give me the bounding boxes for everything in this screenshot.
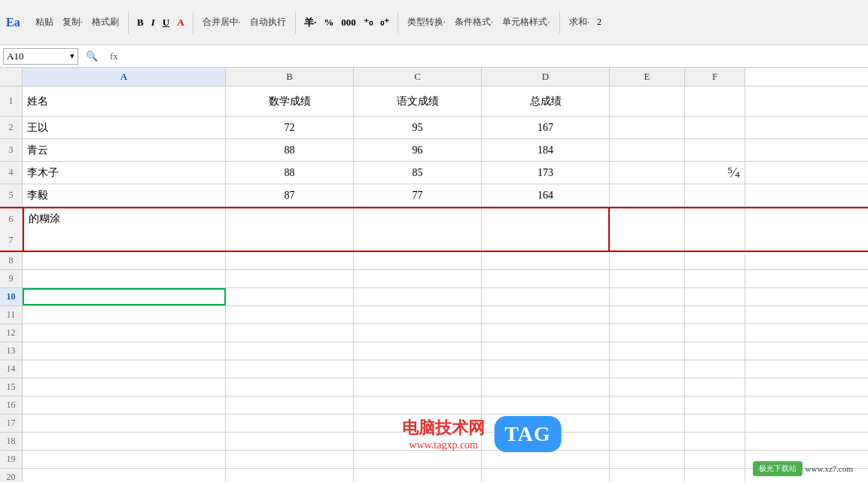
font-color-A[interactable]: A bbox=[175, 16, 186, 29]
cell-b3[interactable]: 88 bbox=[226, 139, 354, 161]
col-header-e[interactable]: E bbox=[610, 68, 685, 86]
cell-a1[interactable]: 姓名 bbox=[23, 87, 226, 116]
copy-button[interactable]: 复制· bbox=[59, 14, 86, 30]
decimal-minus-icon[interactable]: ₀⁺ bbox=[378, 16, 391, 29]
col-header-b[interactable]: B bbox=[226, 68, 354, 86]
cell-b11[interactable] bbox=[226, 306, 354, 324]
cell-a8[interactable] bbox=[23, 252, 226, 269]
cell-b13[interactable] bbox=[226, 342, 354, 360]
find-button[interactable]: 求和· bbox=[566, 14, 592, 30]
cell-d20[interactable] bbox=[482, 469, 610, 482]
cell-d12[interactable] bbox=[482, 324, 610, 342]
cell-b20[interactable] bbox=[226, 469, 354, 482]
cell-a19[interactable] bbox=[23, 451, 226, 468]
cell-a10[interactable] bbox=[23, 288, 226, 305]
cell-d4[interactable]: 173 bbox=[482, 162, 610, 184]
cell-f3[interactable] bbox=[685, 139, 745, 161]
col-header-f[interactable]: F bbox=[685, 68, 745, 86]
cell-b1[interactable]: 数学成绩 bbox=[226, 87, 354, 116]
cell-d8[interactable] bbox=[482, 252, 610, 269]
auto-exec-button[interactable]: 自动执行 bbox=[247, 14, 289, 30]
cell-c7[interactable] bbox=[354, 229, 482, 251]
condition-format-button[interactable]: 条件格式· bbox=[452, 14, 496, 30]
cell-f17[interactable] bbox=[685, 415, 745, 432]
cell-e7[interactable] bbox=[610, 229, 685, 251]
cell-c20[interactable] bbox=[354, 469, 482, 482]
cell-f13[interactable] bbox=[685, 342, 745, 360]
cell-f1[interactable] bbox=[685, 87, 745, 116]
cell-f5[interactable] bbox=[685, 184, 745, 206]
cell-c4[interactable]: 85 bbox=[354, 162, 482, 184]
cell-c17[interactable] bbox=[354, 415, 482, 432]
cell-e13[interactable] bbox=[610, 342, 685, 360]
cell-d16[interactable] bbox=[482, 396, 610, 414]
cell-b7[interactable] bbox=[226, 229, 354, 251]
cell-b5[interactable]: 87 bbox=[226, 184, 354, 206]
cell-e5[interactable] bbox=[610, 184, 685, 206]
cell-f14[interactable] bbox=[685, 360, 745, 378]
cell-b10[interactable] bbox=[226, 288, 354, 305]
cell-c9[interactable] bbox=[354, 270, 482, 287]
cell-f16[interactable] bbox=[685, 396, 745, 414]
cell-e8[interactable] bbox=[610, 252, 685, 269]
paste-button[interactable]: 粘贴 bbox=[32, 14, 56, 30]
cell-ref-box[interactable]: A10 ▾ bbox=[3, 48, 78, 65]
bold-icon[interactable]: B bbox=[135, 16, 146, 29]
cell-c3[interactable]: 96 bbox=[354, 139, 482, 161]
cell-d3[interactable]: 184 bbox=[482, 139, 610, 161]
cell-b2[interactable]: 72 bbox=[226, 117, 354, 138]
cell-d11[interactable] bbox=[482, 306, 610, 324]
cell-b12[interactable] bbox=[226, 324, 354, 342]
cell-b17[interactable] bbox=[226, 415, 354, 432]
cell-d10[interactable] bbox=[482, 288, 610, 305]
cell-a11[interactable] bbox=[23, 306, 226, 324]
format-painter-button[interactable]: 格式刷 bbox=[89, 14, 122, 30]
cell-f15[interactable] bbox=[685, 378, 745, 396]
cell-c18[interactable] bbox=[354, 433, 482, 450]
cell-ref-dropdown[interactable]: ▾ bbox=[70, 51, 75, 61]
cell-d6[interactable] bbox=[482, 208, 610, 229]
cell-f7[interactable] bbox=[685, 229, 745, 251]
cell-d14[interactable] bbox=[482, 360, 610, 378]
cell-a16[interactable] bbox=[23, 396, 226, 414]
cell-a12[interactable] bbox=[23, 324, 226, 342]
cell-f11[interactable] bbox=[685, 306, 745, 324]
cell-a17[interactable] bbox=[23, 415, 226, 432]
cell-e9[interactable] bbox=[610, 270, 685, 287]
cell-a20[interactable] bbox=[23, 469, 226, 482]
cell-c16[interactable] bbox=[354, 396, 482, 414]
cell-c2[interactable]: 95 bbox=[354, 117, 482, 138]
cell-f8[interactable] bbox=[685, 252, 745, 269]
cell-f19[interactable] bbox=[685, 451, 745, 468]
cell-b8[interactable] bbox=[226, 252, 354, 269]
cell-f20[interactable] bbox=[685, 469, 745, 482]
cell-b15[interactable] bbox=[226, 378, 354, 396]
cell-a14[interactable] bbox=[23, 360, 226, 378]
cell-c6[interactable] bbox=[354, 208, 482, 229]
cell-c15[interactable] bbox=[354, 378, 482, 396]
cell-a6[interactable]: 的糊涂 bbox=[23, 208, 226, 229]
col-header-c[interactable]: C bbox=[354, 68, 482, 86]
cell-b18[interactable] bbox=[226, 433, 354, 450]
cell-b6[interactable] bbox=[226, 208, 354, 229]
cell-e6[interactable] bbox=[610, 208, 685, 229]
cell-d17[interactable] bbox=[482, 415, 610, 432]
cell-d7[interactable] bbox=[482, 229, 610, 251]
cell-c5[interactable]: 77 bbox=[354, 184, 482, 206]
cell-d5[interactable]: 164 bbox=[482, 184, 610, 206]
cell-d13[interactable] bbox=[482, 342, 610, 360]
cell-f9[interactable] bbox=[685, 270, 745, 287]
italic-icon[interactable]: I bbox=[149, 16, 157, 29]
cell-a7[interactable] bbox=[23, 229, 226, 251]
cell-e3[interactable] bbox=[610, 139, 685, 161]
type-convert-button[interactable]: 类型转换· bbox=[404, 14, 449, 30]
cell-c12[interactable] bbox=[354, 324, 482, 342]
cell-d18[interactable] bbox=[482, 433, 610, 450]
cell-e2[interactable] bbox=[610, 117, 685, 138]
cell-c19[interactable] bbox=[354, 451, 482, 468]
cell-f12[interactable] bbox=[685, 324, 745, 342]
cell-e18[interactable] bbox=[610, 433, 685, 450]
cell-b4[interactable]: 88 bbox=[226, 162, 354, 184]
cell-style-button[interactable]: 单元格样式· bbox=[499, 14, 553, 30]
cell-d9[interactable] bbox=[482, 270, 610, 287]
